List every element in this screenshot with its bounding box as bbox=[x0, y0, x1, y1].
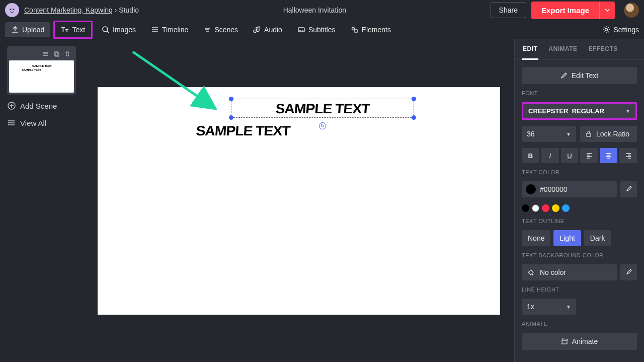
outline-label: TEXT OUTLINE bbox=[522, 218, 637, 224]
audio-tool-button[interactable]: Audio bbox=[247, 22, 288, 37]
elements-label: Elements bbox=[362, 26, 391, 34]
timeline-label: Timeline bbox=[162, 26, 188, 34]
resize-handle-tl[interactable] bbox=[229, 97, 233, 101]
swatch-red[interactable] bbox=[542, 204, 549, 212]
subtitles-label: Subtitles bbox=[308, 26, 336, 34]
color-hex-value: #000000 bbox=[540, 185, 568, 193]
properties-panel: EDIT ANIMATE EFFECTS Edit Text FONT CREE… bbox=[514, 39, 644, 362]
breadcrumb: Content Marketing, Kapwing › Studio bbox=[24, 6, 139, 14]
pencil-icon bbox=[560, 72, 568, 79]
text-tool-button[interactable]: Text bbox=[53, 21, 93, 39]
canvas-area[interactable]: ↻ SAMPLE TEXT SAMPLE TEXT bbox=[83, 39, 514, 362]
svg-point-1 bbox=[13, 9, 15, 10]
outline-none-button[interactable]: None bbox=[522, 230, 550, 246]
breadcrumb-studio: Studio bbox=[119, 6, 139, 14]
align-right-button[interactable] bbox=[619, 148, 637, 163]
share-button[interactable]: Share bbox=[491, 2, 526, 18]
delete-icon[interactable] bbox=[64, 50, 71, 57]
scenes-sidebar: SAMPLE TEXT SAMPLE TEXT Add Scene View A… bbox=[0, 39, 83, 362]
images-tool-button[interactable]: Images bbox=[96, 22, 142, 37]
bold-button[interactable]: B bbox=[522, 148, 539, 163]
font-size-value: 36 bbox=[527, 130, 535, 138]
resize-handle-bl[interactable] bbox=[229, 115, 233, 120]
header-actions: Share Export Image bbox=[491, 2, 639, 19]
scenes-tool-button[interactable]: Scenes bbox=[197, 22, 244, 37]
no-color-label: No color bbox=[540, 268, 566, 276]
thumb-text-2: SAMPLE TEXT bbox=[22, 68, 41, 71]
text-color-input[interactable]: #000000 bbox=[522, 181, 617, 197]
search-icon bbox=[102, 26, 110, 34]
rotate-handle[interactable]: ↻ bbox=[319, 122, 326, 129]
chevron-down-icon: ▼ bbox=[625, 108, 630, 114]
edit-text-label: Edit Text bbox=[572, 71, 598, 80]
align-left-icon bbox=[586, 152, 593, 159]
resize-handle-tr[interactable] bbox=[412, 97, 416, 101]
duplicate-icon[interactable] bbox=[53, 50, 60, 57]
tab-effects[interactable]: EFFECTS bbox=[588, 39, 619, 59]
paint-bucket-icon bbox=[527, 268, 535, 276]
audio-icon bbox=[253, 26, 261, 34]
text-color-label: TEXT COLOR bbox=[522, 169, 637, 175]
scene-thumbnail[interactable]: SAMPLE TEXT SAMPLE TEXT bbox=[7, 46, 76, 95]
view-all-button[interactable]: View All bbox=[7, 117, 76, 129]
settings-button[interactable]: Settings bbox=[602, 26, 639, 34]
tab-edit[interactable]: EDIT bbox=[522, 39, 538, 60]
outline-dark-button[interactable]: Dark bbox=[584, 230, 611, 246]
top-header: Content Marketing, Kapwing › Studio Hall… bbox=[0, 0, 644, 20]
svg-rect-3 bbox=[298, 28, 304, 32]
text-element-2[interactable]: SAMPLE TEXT bbox=[195, 123, 290, 139]
subtitles-tool-button[interactable]: Subtitles bbox=[291, 22, 342, 37]
tab-animate[interactable]: ANIMATE bbox=[547, 39, 578, 59]
swatch-yellow[interactable] bbox=[552, 204, 559, 212]
canvas[interactable]: ↻ SAMPLE TEXT SAMPLE TEXT bbox=[98, 87, 500, 315]
svg-rect-14 bbox=[562, 340, 567, 344]
align-center-icon bbox=[605, 152, 612, 159]
add-scene-label: Add Scene bbox=[20, 102, 57, 110]
text-element-1[interactable]: SAMPLE TEXT bbox=[275, 101, 370, 117]
export-button[interactable]: Export Image bbox=[531, 2, 599, 19]
timeline-tool-button[interactable]: Timeline bbox=[145, 22, 194, 37]
export-dropdown-button[interactable] bbox=[599, 2, 615, 19]
add-scene-button[interactable]: Add Scene bbox=[7, 100, 76, 112]
svg-point-0 bbox=[10, 9, 12, 10]
scenes-label: Scenes bbox=[214, 26, 238, 34]
settings-label: Settings bbox=[613, 26, 639, 34]
line-height-dropdown[interactable]: 1x ▼ bbox=[522, 299, 576, 315]
edit-text-button[interactable]: Edit Text bbox=[522, 67, 637, 84]
view-all-label: View All bbox=[20, 119, 46, 127]
subtitles-icon bbox=[297, 26, 305, 34]
lock-ratio-button[interactable]: Lock Ratio bbox=[580, 126, 637, 142]
line-height-value: 1x bbox=[527, 303, 534, 311]
project-title[interactable]: Halloween Invitation bbox=[139, 6, 491, 14]
italic-button[interactable]: I bbox=[541, 148, 559, 163]
lock-ratio-label: Lock Ratio bbox=[596, 130, 629, 138]
chevron-down-icon: ▼ bbox=[566, 304, 571, 310]
bg-eyedropper-button[interactable] bbox=[620, 264, 637, 280]
elements-tool-button[interactable]: Elements bbox=[345, 22, 397, 37]
swatch-white[interactable] bbox=[532, 204, 539, 212]
upload-button[interactable]: Upload bbox=[5, 22, 50, 37]
align-left-button[interactable] bbox=[580, 148, 598, 163]
align-center-button[interactable] bbox=[600, 148, 617, 163]
swatch-blue[interactable] bbox=[562, 204, 570, 212]
font-dropdown[interactable]: CREEPSTER_REGULAR ▼ bbox=[522, 102, 637, 120]
breadcrumb-team-link[interactable]: Content Marketing, Kapwing bbox=[24, 6, 113, 14]
resize-handle-br[interactable] bbox=[412, 115, 416, 120]
user-avatar[interactable] bbox=[624, 3, 639, 18]
list-icon bbox=[7, 118, 16, 127]
reorder-icon[interactable] bbox=[42, 50, 49, 57]
chevron-down-icon: ▼ bbox=[566, 131, 571, 137]
eyedropper-button[interactable] bbox=[620, 181, 637, 197]
main-toolbar: Upload Text Images Timeline Scenes Audio… bbox=[0, 20, 644, 39]
bg-color-button[interactable]: No color bbox=[522, 264, 617, 280]
outline-light-button[interactable]: Light bbox=[553, 230, 581, 246]
workspace-logo[interactable] bbox=[5, 3, 19, 17]
scenes-icon bbox=[203, 26, 211, 34]
elements-icon bbox=[351, 26, 359, 34]
line-height-label: LINE HEIGHT bbox=[522, 286, 637, 293]
animate-button[interactable]: Animate bbox=[522, 333, 637, 350]
underline-button[interactable]: U bbox=[561, 148, 579, 163]
swatch-black[interactable] bbox=[522, 204, 529, 212]
upload-icon bbox=[11, 26, 19, 34]
font-size-dropdown[interactable]: 36 ▼ bbox=[522, 126, 576, 142]
